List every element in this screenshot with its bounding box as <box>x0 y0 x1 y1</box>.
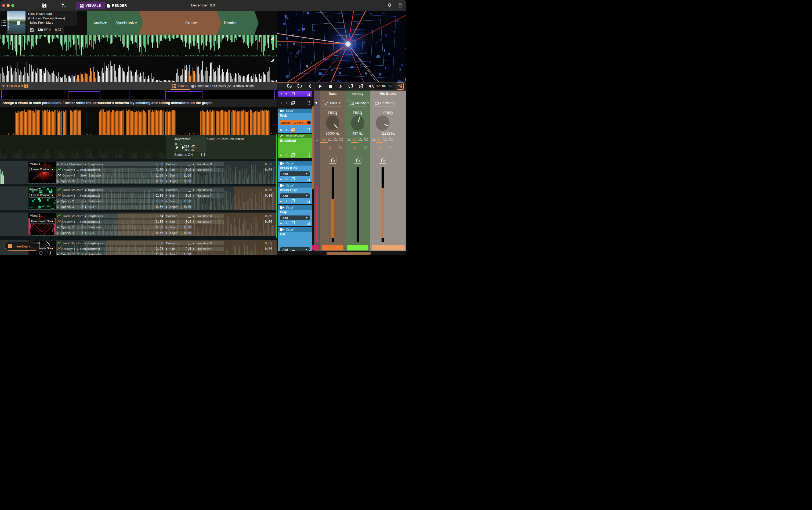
remove-mapping-icon[interactable]: ✕ <box>307 121 311 124</box>
parameter[interactable]: Translate X <box>193 214 212 218</box>
channel-bar[interactable] <box>312 245 319 250</box>
filter-bandpass-icon[interactable] <box>358 137 363 141</box>
parameter[interactable]: Saturation <box>85 199 102 203</box>
param-value[interactable]: 0.50 <box>145 179 163 183</box>
param-value[interactable]: 1.0 <box>65 179 84 183</box>
duplicate-icon[interactable] <box>291 153 295 157</box>
param-value[interactable]: 1.0 <box>65 162 84 166</box>
param-value[interactable]: 1.00 <box>172 174 191 177</box>
restart-10-icon[interactable]: 10 <box>287 84 292 89</box>
drag-handle-icon[interactable] <box>307 221 310 225</box>
video-preview[interactable] <box>277 11 406 82</box>
colorize-checkbox[interactable] <box>188 162 191 166</box>
module-add-dropdown[interactable]: Add <box>280 216 310 220</box>
tab-animations[interactable]: ANIMATIONS <box>227 82 254 90</box>
freq-knob[interactable] <box>351 115 365 131</box>
param-value[interactable]: 0.00 <box>253 168 272 172</box>
tab-visualizations[interactable]: VISUALIZATIONS <box>191 82 226 90</box>
channel-bar[interactable] <box>372 245 405 250</box>
rack-row[interactable]: Visual 3Holo Temple Glare...Track Struct… <box>0 240 277 255</box>
parameter[interactable]: Contrast <box>85 247 100 251</box>
module-add-dropdown[interactable]: Add <box>280 194 310 198</box>
param-value[interactable]: 0.00 <box>253 162 272 166</box>
param-value[interactable]: 1.0 <box>65 205 84 209</box>
param-value[interactable]: 0.0 <box>172 220 191 224</box>
parameter[interactable]: Translate Y <box>193 168 212 172</box>
filter-highpass-icon[interactable] <box>377 137 382 141</box>
forward-10-icon[interactable]: 10 <box>358 84 364 89</box>
param-value[interactable]: 1.00 <box>145 162 163 166</box>
solo-headphones-button[interactable] <box>379 156 386 164</box>
mixer-h-scrollbar[interactable] <box>327 252 371 255</box>
parameter[interactable]: Saturation <box>85 173 102 178</box>
freq-value[interactable]: 487 Hz <box>345 132 370 136</box>
add-icon[interactable]: + <box>285 221 287 226</box>
stop-icon[interactable] <box>328 84 333 89</box>
parameter[interactable]: Hue <box>85 179 94 183</box>
parameter[interactable]: Translate Y <box>193 220 212 224</box>
param-value[interactable]: 1.0 <box>65 199 84 203</box>
instrument-select[interactable]: Bass <box>323 100 342 106</box>
param-value[interactable]: 2.95 <box>145 247 163 251</box>
duplicate-icon[interactable] <box>291 101 295 105</box>
module-kick[interactable]: VisualKickOpacity 1 ← Perc…✕«+ <box>278 109 312 133</box>
queue-list-icon[interactable] <box>1 19 6 27</box>
preset-dropdown[interactable]: Lasers Corridor →... <box>30 193 55 198</box>
colorize-checkbox[interactable] <box>188 214 191 218</box>
parameter[interactable]: Contrast <box>85 168 100 172</box>
param-value[interactable]: 1.00 <box>145 199 163 203</box>
instrument-select[interactable]: Melody <box>348 100 367 106</box>
parameter[interactable]: Translate X <box>193 188 212 192</box>
volume-fader[interactable] <box>382 167 384 243</box>
param-value[interactable]: 0.00 <box>172 179 191 183</box>
filter-highpass-icon[interactable] <box>352 137 357 141</box>
param-value[interactable]: 1.0 <box>65 231 84 235</box>
parameter[interactable]: Contrast <box>85 194 100 198</box>
param-value[interactable]: 1.00 <box>172 199 191 203</box>
volume-fader[interactable] <box>332 167 334 243</box>
duplicate-icon[interactable] <box>291 92 295 96</box>
section-bracket[interactable] <box>69 91 100 98</box>
song-preview-button[interactable] <box>27 26 36 34</box>
parameter[interactable]: Saturation <box>85 225 102 229</box>
duplicate-icon[interactable] <box>291 177 295 181</box>
param-value[interactable]: 0.0 <box>172 194 191 198</box>
param-value[interactable]: 1.0 <box>65 253 84 255</box>
preset-dropdown[interactable]: Holo Temple Glare... <box>30 219 55 224</box>
timeline-strip[interactable] <box>0 90 277 99</box>
rack-row[interactable]: Visual 3Lasers Corridor →...Track Struct… <box>0 161 277 184</box>
filter-notch-icon[interactable] <box>364 137 369 141</box>
slope-24[interactable]: 24 <box>386 146 395 150</box>
parameter[interactable]: Brightness <box>85 162 103 166</box>
collapse-icon[interactable] <box>270 36 274 42</box>
redo-icon[interactable] <box>348 84 353 89</box>
module-breakbeat[interactable]: Track StructureBreakbeat»+ <box>278 134 312 158</box>
filter-lowpass-icon[interactable] <box>321 137 327 141</box>
parameter[interactable]: Hue <box>85 231 94 235</box>
filter-bandpass-icon[interactable] <box>383 137 388 141</box>
param-value[interactable]: 1.00 <box>145 253 163 255</box>
module-clap[interactable]: VisualClapAdd»+ <box>278 205 312 226</box>
workflow-step-analyze[interactable]: Analyze <box>87 11 114 35</box>
templates-dropdown[interactable]: TEMPLATES <box>2 82 27 90</box>
parameter[interactable]: Colorize <box>166 241 177 245</box>
param-value[interactable]: 0.50 <box>145 231 163 235</box>
mixer-toggle-button[interactable] <box>397 83 404 90</box>
percussion-graph[interactable] <box>0 107 277 135</box>
workflow-step-synchronize[interactable]: Synchronize <box>110 11 143 35</box>
animation-graph-band[interactable]: Keyframes 319.47, 349.47 Starts as ON So… <box>0 135 277 159</box>
filter-notch-icon[interactable] <box>389 137 394 141</box>
filter-lowpass-icon[interactable] <box>371 137 377 141</box>
collapse-icon[interactable] <box>270 59 274 64</box>
duplicate-icon[interactable] <box>291 199 295 203</box>
param-value[interactable]: 1.00 <box>145 241 163 245</box>
mute-icon[interactable] <box>368 84 374 89</box>
duplicate-icon[interactable] <box>291 128 295 132</box>
waveform-master[interactable] <box>0 35 277 56</box>
parameter[interactable]: Opacity 2 ← Stem <box>57 173 87 178</box>
tab-visuals[interactable]: VISUALS <box>76 2 105 9</box>
filter-bandpass-icon[interactable] <box>333 137 338 141</box>
parameter[interactable]: Contrast <box>85 220 100 224</box>
module-break-kick[interactable]: VisualBreak KickAdd»+ <box>278 161 312 182</box>
previous-icon[interactable] <box>307 84 312 89</box>
